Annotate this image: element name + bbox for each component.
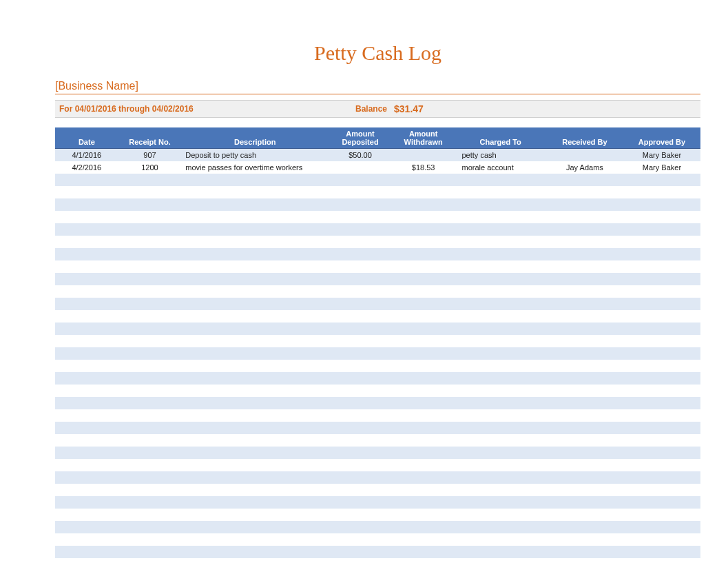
cell-received [546, 397, 623, 409]
cell-date [55, 385, 118, 397]
cell-withdrawn [392, 211, 455, 223]
cell-deposited [329, 273, 392, 285]
cell-deposited: $50.00 [329, 149, 392, 161]
cell-charged [455, 285, 546, 298]
cell-date [55, 236, 118, 248]
cell-charged [455, 174, 546, 186]
cell-date [55, 533, 118, 546]
cell-deposited [329, 310, 392, 323]
cell-received [546, 248, 623, 260]
balance-value: $31.47 [394, 103, 424, 114]
cell-charged [455, 335, 546, 347]
cell-approved [623, 223, 700, 236]
cell-received [546, 434, 623, 447]
cell-withdrawn [392, 484, 455, 496]
cell-deposited [329, 372, 392, 385]
cell-approved [623, 471, 700, 484]
cell-withdrawn [392, 260, 455, 273]
table-row [55, 447, 700, 459]
cell-receipt [118, 236, 182, 248]
cell-withdrawn [392, 323, 455, 335]
cell-receipt [118, 285, 182, 298]
cell-description [181, 459, 329, 471]
cell-date [55, 434, 118, 447]
cell-charged [455, 434, 546, 447]
cell-description [181, 174, 329, 186]
cell-description [181, 521, 329, 533]
page-title: Petty Cash Log [55, 41, 700, 65]
col-charged: Charged To [455, 127, 546, 149]
table-row [55, 248, 700, 260]
cell-charged [455, 422, 546, 434]
table-row [55, 335, 700, 347]
cell-charged [455, 186, 546, 198]
cell-charged [455, 372, 546, 385]
table-row [55, 285, 700, 298]
cell-receipt [118, 447, 182, 459]
cell-approved [623, 397, 700, 409]
cell-approved [623, 335, 700, 347]
cell-date [55, 198, 118, 211]
cell-withdrawn [392, 447, 455, 459]
cell-received [546, 285, 623, 298]
cell-received [546, 211, 623, 223]
cell-receipt [118, 186, 182, 198]
cell-description [181, 471, 329, 484]
cell-receipt [118, 260, 182, 273]
table-row [55, 211, 700, 223]
table-row: 4/2/20161200movie passes for overtime wo… [55, 161, 700, 174]
cell-received [546, 471, 623, 484]
cell-charged [455, 459, 546, 471]
cell-charged [455, 397, 546, 409]
cell-receipt [118, 323, 182, 335]
cell-withdrawn [392, 310, 455, 323]
cell-deposited [329, 434, 392, 447]
cell-receipt [118, 211, 182, 223]
cell-withdrawn [392, 198, 455, 211]
table-row [55, 260, 700, 273]
cell-receipt [118, 198, 182, 211]
table-row: 4/1/2016907Deposit to petty cash$50.00pe… [55, 149, 700, 161]
cell-approved [623, 521, 700, 533]
cell-date [55, 273, 118, 285]
cell-withdrawn [392, 236, 455, 248]
cell-description [181, 434, 329, 447]
cell-approved [623, 385, 700, 397]
cell-charged [455, 211, 546, 223]
cell-received [546, 447, 623, 459]
cell-description [181, 298, 329, 310]
table-row [55, 409, 700, 422]
cell-charged [455, 496, 546, 509]
cell-receipt [118, 496, 182, 509]
petty-cash-table: Date Receipt No. Description Amount Depo… [55, 127, 700, 558]
cell-approved [623, 174, 700, 186]
cell-withdrawn [392, 347, 455, 360]
table-row [55, 186, 700, 198]
cell-charged [455, 471, 546, 484]
cell-date [55, 509, 118, 521]
cell-date [55, 223, 118, 236]
cell-description [181, 335, 329, 347]
cell-deposited [329, 236, 392, 248]
cell-description [181, 273, 329, 285]
cell-description [181, 260, 329, 273]
balance-label: Balance [355, 104, 387, 114]
cell-date: 4/2/2016 [55, 161, 118, 174]
cell-approved [623, 422, 700, 434]
cell-charged [455, 310, 546, 323]
table-row [55, 273, 700, 285]
cell-receipt [118, 360, 182, 372]
col-approved: Approved By [623, 127, 700, 149]
cell-received [546, 521, 623, 533]
cell-receipt [118, 335, 182, 347]
cell-received [546, 149, 623, 161]
cell-received [546, 509, 623, 521]
table-row [55, 298, 700, 310]
cell-date [55, 248, 118, 260]
cell-withdrawn [392, 434, 455, 447]
cell-approved [623, 236, 700, 248]
cell-withdrawn [392, 521, 455, 533]
cell-deposited [329, 211, 392, 223]
table-header-row: Date Receipt No. Description Amount Depo… [55, 127, 700, 149]
cell-charged [455, 223, 546, 236]
